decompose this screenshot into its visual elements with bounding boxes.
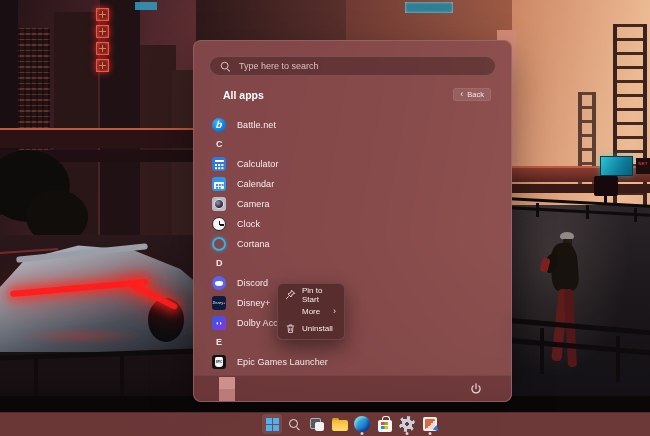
section-letter-c[interactable]: C <box>212 136 223 152</box>
gear-icon <box>399 416 415 432</box>
context-menu: Pin to Start More › Uninstall <box>277 283 345 340</box>
task-view-icon <box>309 416 326 433</box>
neon-sign <box>96 8 109 72</box>
all-apps-header: All apps ‹ Back <box>223 87 491 102</box>
power-button[interactable] <box>467 380 485 398</box>
edge-button[interactable] <box>352 414 372 434</box>
app-item-clock[interactable]: Clock <box>212 215 497 233</box>
cortana-icon <box>212 237 226 251</box>
app-item-discord[interactable]: Discord <box>212 274 497 292</box>
context-menu-more[interactable]: More › <box>278 303 344 320</box>
task-view-button[interactable] <box>307 414 327 434</box>
discord-icon <box>212 276 226 290</box>
wallpaper-overpass <box>512 184 650 193</box>
search-input[interactable] <box>209 56 496 76</box>
context-menu-uninstall[interactable]: Uninstall <box>278 320 344 337</box>
section-letter-e[interactable]: E <box>212 334 222 350</box>
app-label: Cortana <box>237 239 270 249</box>
sign-board <box>594 176 618 196</box>
app-label: Calculator <box>237 159 279 169</box>
net-billboard: NET <box>636 158 650 174</box>
battlenet-icon <box>212 118 226 132</box>
guardrail-post <box>120 352 124 398</box>
trash-icon <box>285 323 296 334</box>
guardrail-post <box>634 208 637 222</box>
wallpaper-blue-sign <box>135 2 157 10</box>
start-menu-footer <box>194 375 511 401</box>
guardrail-post <box>536 203 539 217</box>
app-item-disney-plus[interactable]: Disney+ <box>212 294 497 312</box>
screenshot-tool-button[interactable] <box>420 414 440 434</box>
guardrail-post <box>34 354 38 398</box>
disney-plus-icon <box>212 296 226 310</box>
app-item-dolby-access[interactable]: Dolby Access <box>212 314 497 332</box>
wallpaper-red-reflection <box>18 328 144 344</box>
guardrail-post <box>616 336 620 382</box>
search-icon <box>288 418 301 431</box>
taskbar-icons <box>262 414 440 434</box>
wallpaper-blue-sign <box>405 2 453 13</box>
user-avatar-placeholder[interactable] <box>219 377 235 401</box>
camera-icon <box>212 197 226 211</box>
context-menu-pin-to-start[interactable]: Pin to Start <box>278 286 344 303</box>
app-item-calendar[interactable]: Calendar <box>212 175 497 193</box>
taskbar <box>0 412 650 436</box>
wallpaper-shape <box>196 0 346 42</box>
app-label: Disney+ <box>237 298 270 308</box>
app-label: Discord <box>237 278 268 288</box>
search-field[interactable] <box>239 61 486 71</box>
pin-icon <box>285 289 296 300</box>
calendar-icon <box>212 177 226 191</box>
taskbar-search-button[interactable] <box>285 414 305 434</box>
section-letter-d[interactable]: D <box>212 255 223 271</box>
net-billboard-text: NET <box>638 161 648 166</box>
calculator-icon <box>212 157 226 171</box>
guardrail-post <box>586 205 589 219</box>
start-menu-panel: All apps ‹ Back Battle.net C Calculator … <box>193 40 512 402</box>
chevron-left-icon: ‹ <box>460 90 463 99</box>
app-label: Epic Games Launcher <box>237 357 328 367</box>
back-button[interactable]: ‹ Back <box>453 88 491 101</box>
windows-logo-icon <box>266 418 279 431</box>
folder-icon <box>332 418 348 431</box>
all-apps-title: All apps <box>223 89 264 101</box>
search-icon <box>220 60 231 71</box>
store-icon <box>378 420 392 432</box>
microsoft-store-button[interactable] <box>375 414 395 434</box>
epic-games-icon <box>212 355 226 369</box>
start-button[interactable] <box>262 414 282 434</box>
clock-icon <box>212 217 226 231</box>
file-explorer-button[interactable] <box>330 414 350 434</box>
app-item-camera[interactable]: Camera <box>212 195 497 213</box>
chevron-right-icon: › <box>333 307 337 316</box>
app-item-battlenet[interactable]: Battle.net <box>212 116 497 134</box>
power-icon <box>469 382 483 396</box>
cyan-billboard <box>600 156 633 176</box>
app-item-calculator[interactable]: Calculator <box>212 155 497 173</box>
app-label: Camera <box>237 199 270 209</box>
edge-icon <box>354 416 370 432</box>
app-label: Calendar <box>237 179 274 189</box>
app-item-cortana[interactable]: Cortana <box>212 235 497 253</box>
app-item-epic-games-launcher[interactable]: Epic Games Launcher <box>212 353 497 371</box>
app-label: Clock <box>237 219 260 229</box>
wallpaper-street <box>512 205 650 412</box>
guardrail-post <box>540 328 544 374</box>
back-button-label: Back <box>467 90 484 99</box>
screenshot-tool-icon <box>423 417 437 431</box>
settings-button[interactable] <box>397 414 417 434</box>
app-label: Battle.net <box>237 120 276 130</box>
dolby-access-icon <box>212 316 226 330</box>
wallpaper-shape <box>0 128 196 148</box>
